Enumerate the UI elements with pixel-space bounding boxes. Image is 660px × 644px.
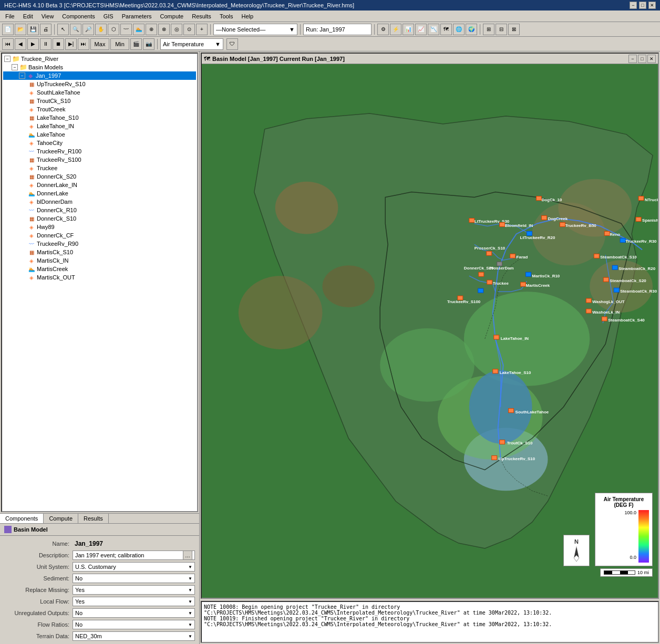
menu-view[interactable]: View: [38, 12, 57, 20]
step-fwd-button[interactable]: ▶|: [65, 38, 77, 50]
tree-scroll[interactable]: − 📁 Truckee_River − 📁 Basin Models − ◆ J…: [2, 54, 197, 511]
menu-gis[interactable]: GIS: [100, 12, 117, 20]
rewind-button[interactable]: ⏮: [2, 38, 14, 50]
select-tool[interactable]: ↖: [57, 24, 69, 35]
tree-item-martiscreek[interactable]: 🏊 MartisCreek: [3, 265, 196, 273]
tree-item-uptruckee[interactable]: ▦ UpTruckeeRv_S10: [3, 80, 196, 88]
source-tool[interactable]: ◎: [171, 24, 182, 35]
tree-item-martiscreek-out[interactable]: ◈ MartisCk_OUT: [3, 273, 196, 282]
run-dropdown[interactable]: Run: Jan_1997: [303, 24, 372, 35]
video-btn1[interactable]: 🎬: [130, 38, 142, 50]
prop-localflow-dropdown[interactable]: Yes ▼: [73, 597, 195, 606]
tree-item-hwy89[interactable]: ◈ Hwy89: [3, 223, 196, 231]
tree-item-southlake[interactable]: ◈ SouthLakeTahoe: [3, 88, 196, 97]
tree-item-truckeerv-r90[interactable]: 〰 TruckeeRv_R90: [3, 240, 196, 248]
min-button[interactable]: Min: [110, 38, 129, 50]
tree-item-laketahoe[interactable]: 🏊 LakeTahoe: [3, 130, 196, 139]
step-back-button[interactable]: ◀: [15, 38, 26, 50]
shield-icon[interactable]: 🛡: [226, 38, 238, 50]
compute-btn8[interactable]: 🌍: [466, 24, 477, 35]
map-minimize-btn[interactable]: −: [628, 55, 637, 63]
reach-tool[interactable]: 〰: [120, 24, 132, 35]
reservoir-tool[interactable]: 🏊: [133, 24, 145, 35]
map-close-btn[interactable]: ✕: [647, 55, 656, 63]
play-button[interactable]: ▶: [27, 38, 39, 50]
map-maximize-btn[interactable]: □: [638, 55, 646, 63]
tree-expand-root[interactable]: −: [4, 56, 11, 62]
tree-item-truckee[interactable]: ◈ Truckee: [3, 164, 196, 172]
menu-results[interactable]: Results: [189, 12, 214, 20]
tree-item-donnerck-r10[interactable]: 〰 DonnerCk_R10: [3, 206, 196, 214]
open-button[interactable]: 📂: [15, 24, 26, 35]
diversion-tool[interactable]: ⊗: [158, 24, 170, 35]
tree-item-martisck-in[interactable]: ◈ MartisCk_IN: [3, 256, 196, 265]
compute-btn4[interactable]: 📈: [415, 24, 427, 35]
print-button[interactable]: 🖨: [40, 24, 51, 35]
maximize-button[interactable]: □: [639, 2, 646, 9]
tree-item-laketahoein[interactable]: ◈ LakeTahoe_IN: [3, 122, 196, 130]
tree-item-donnerlake[interactable]: 🏊 DonnerLake: [3, 189, 196, 198]
tree-expand-jan[interactable]: −: [19, 72, 25, 79]
prop-unit-dropdown[interactable]: U.S. Customary ▼: [73, 562, 195, 572]
close-button[interactable]: ✕: [648, 2, 656, 9]
tree-item-truckeerv-r100[interactable]: 〰 TruckeeRv_R100: [3, 147, 196, 155]
tree-item-donnerck-s10[interactable]: ▦ DonnerCk_S10: [3, 214, 196, 223]
compute-btn6[interactable]: 🗺: [440, 24, 452, 35]
grid-btn1[interactable]: ⊞: [483, 24, 494, 35]
compute-btn3[interactable]: 📊: [403, 24, 414, 35]
menu-tools[interactable]: Tools: [216, 12, 236, 20]
air-temp-dropdown[interactable]: Air Temperature▼: [160, 38, 223, 50]
prop-terrain-dropdown[interactable]: NED_30m ▼: [73, 631, 195, 641]
grid-btn3[interactable]: ⊠: [508, 24, 520, 35]
tree-root[interactable]: − 📁 Truckee_River: [3, 55, 196, 63]
tree-item-bldonnerdam[interactable]: ◈ blDonnerDam: [3, 198, 196, 206]
none-selected-dropdown[interactable]: —None Selected—▼: [213, 24, 297, 35]
junction-tool[interactable]: ⊕: [146, 24, 157, 35]
compute-btn1[interactable]: ⚙: [377, 24, 389, 35]
pan-button[interactable]: ✋: [95, 24, 107, 35]
grid-btn2[interactable]: ⊟: [496, 24, 507, 35]
tab-compute[interactable]: Compute: [44, 514, 78, 523]
tree-item-laketahoes10[interactable]: ▦ LakeTahoe_S10: [3, 113, 196, 122]
tree-item-tahoecity[interactable]: ◈ TahoeCity: [3, 139, 196, 147]
fast-fwd-button[interactable]: ⏭: [78, 38, 89, 50]
tree-item-donnerck-cf[interactable]: ◈ DonnerCk_CF: [3, 231, 196, 240]
menu-parameters[interactable]: Parameters: [119, 12, 155, 20]
prop-desc-edit-btn[interactable]: …: [183, 550, 192, 560]
tree-expand-basin[interactable]: −: [12, 64, 18, 70]
tree-item-truckeerv-s100[interactable]: ▦ TruckeeRv_S100: [3, 155, 196, 164]
menu-help[interactable]: Help: [239, 12, 257, 20]
tree-item-troutck[interactable]: ▦ TroutCk_S10: [3, 97, 196, 105]
tab-results[interactable]: Results: [78, 514, 109, 523]
menu-edit[interactable]: Edit: [20, 12, 36, 20]
tree-item-donnerck-s20[interactable]: ▦ DonnerCk_S20: [3, 172, 196, 181]
zoom-in-button[interactable]: 🔍: [70, 24, 81, 35]
tree-item-jan1997[interactable]: − ◆ Jan_1997: [3, 71, 196, 80]
new-button[interactable]: 📄: [2, 24, 14, 35]
menu-file[interactable]: File: [2, 12, 18, 20]
menu-components[interactable]: Components: [59, 12, 98, 20]
prop-unreg-dropdown[interactable]: No ▼: [73, 608, 195, 618]
compute-btn5[interactable]: 📉: [428, 24, 439, 35]
stop-button[interactable]: ⏹: [53, 38, 64, 50]
add-tool[interactable]: +: [196, 24, 208, 35]
tree-item-troutcreek[interactable]: ◈ TroutCreek: [3, 105, 196, 113]
basin-tool[interactable]: ⬡: [108, 24, 119, 35]
menu-compute[interactable]: Compute: [157, 12, 187, 20]
tree-item-martisck-s10[interactable]: ▦ MartisCk_S10: [3, 248, 196, 256]
prop-replace-dropdown[interactable]: Yes ▼: [73, 585, 195, 595]
compute-btn2[interactable]: ⚡: [390, 24, 401, 35]
max-button[interactable]: Max: [90, 38, 109, 50]
tree-item-donnerlakein[interactable]: ◈ DonnerLake_IN: [3, 181, 196, 189]
minimize-button[interactable]: −: [630, 2, 637, 9]
tree-item-basin-models[interactable]: − 📁 Basin Models: [3, 63, 196, 71]
pause-button[interactable]: ⏸: [40, 38, 51, 50]
sink-tool[interactable]: ⊙: [183, 24, 195, 35]
compute-btn7[interactable]: 🌐: [453, 24, 465, 35]
save-button[interactable]: 💾: [27, 24, 39, 35]
tab-components[interactable]: Components: [0, 514, 44, 523]
prop-flowratio-dropdown[interactable]: No ▼: [73, 620, 195, 629]
identify-button[interactable]: 🔎: [82, 24, 94, 35]
video-btn2[interactable]: 📷: [143, 38, 154, 50]
prop-sediment-dropdown[interactable]: No ▼: [73, 574, 195, 583]
